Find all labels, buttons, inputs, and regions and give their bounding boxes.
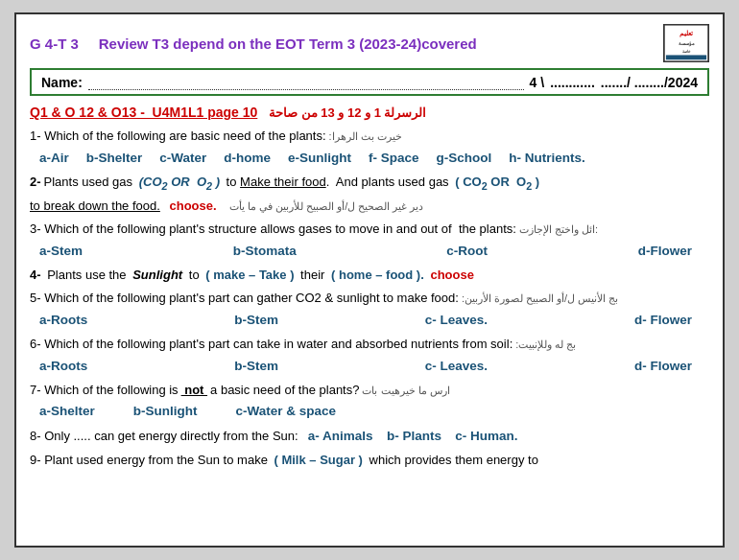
q7-not: not [181, 381, 207, 400]
q7-label2: a basic need of the plants? [210, 381, 359, 400]
section-title: Q1 & O 12 & O13 - U4M1L1 page 10 الرسرلة… [30, 104, 709, 121]
q5-opt-d: d- Flower [634, 311, 692, 330]
q6-label: 6- Which of the following plant's part c… [30, 335, 513, 354]
q2-line2: to break down the food. choose. دير غير … [30, 197, 709, 216]
q4-paren1: ( make – Take ) [203, 266, 298, 285]
q4-num: 4- [30, 266, 41, 285]
q4-italic: Sunlight [130, 266, 186, 285]
section-title-ltr: Q1 & O 12 & O13 - U4M1L1 page 10 [30, 105, 257, 120]
q8-block: 8- Only ..... can get energy directly fr… [30, 427, 709, 446]
q1-options: a-Air b-Shelter c-Water d-home e-Sunligh… [39, 149, 709, 168]
q3-label: 3- Which of the following plant's struct… [30, 220, 516, 239]
number-dots: ............ [550, 75, 595, 90]
q4-text2: to [189, 266, 200, 285]
q1-opt-h: h- Nutrients. [509, 149, 585, 168]
q7-opt-b: b-Sunlight [133, 402, 198, 421]
svg-text:تعليم: تعليم [679, 30, 693, 37]
q2-arabic: دير غير الصحيح ل/أو الصبيح للأربين في ما… [229, 198, 424, 215]
q3-opt-b: b-Stomata [233, 242, 297, 261]
q6-opt-c: c- Leaves. [425, 357, 488, 376]
q1-arabic: خيرت بث الرهرا: [329, 128, 402, 145]
svg-text:خاصة: خاصة [682, 49, 691, 54]
q6-opt-a: a-Roots [39, 357, 87, 376]
q1-opt-d: d-home [224, 149, 271, 168]
q2-text2: to Make their food. And plants used gas [226, 173, 449, 192]
q5-opt-b: b-Stem [234, 311, 278, 330]
title-text: Review T3 depend on the EOT Term 3 (2023… [99, 35, 477, 52]
q3-options: a-Stem b-Stomata c-Root d-Flower [39, 242, 692, 261]
q1-block: 1- Which of the following are basic need… [30, 127, 709, 168]
q7-options: a-Shelter b-Sunlight c-Water & space [39, 402, 709, 421]
q1-opt-e: e-Sunlight [288, 149, 351, 168]
q2-text1: Plants used gas [44, 173, 133, 192]
q2-italic1: (CO2 OR O2 ) [135, 173, 224, 194]
q1-text: 1- Which of the following are basic need… [30, 127, 709, 146]
q1-opt-g: g-School [437, 149, 492, 168]
q7-arabic: ارس ما خيرهيت بات [362, 383, 452, 399]
date-label: ......./ ......../2024 [601, 75, 698, 90]
q3-block: 3- Which of the following plant's struct… [30, 220, 709, 261]
q7-opt-a: a-Shelter [39, 402, 95, 421]
q6-block: 6- Which of the following plant's part c… [30, 335, 709, 376]
q3-arabic: :ائل واختج الإجازت [519, 222, 598, 238]
q5-opt-a: a-Roots [39, 311, 87, 330]
name-label: Name: [41, 75, 83, 90]
q7-block: 7- Which of the following is not a basic… [30, 381, 709, 422]
logo: تعليم مؤسسة خاصة [663, 24, 709, 62]
q4-text1: Plants use the [44, 266, 127, 285]
q4-paren2: ( home – food ). [327, 266, 427, 285]
q6-opt-b: b-Stem [234, 357, 278, 376]
q4-text3: their [300, 266, 324, 285]
q3-opt-d: d-Flower [638, 242, 692, 261]
q5-opt-c: c- Leaves. [425, 311, 488, 330]
q2-line1: 2- Plants used gas (CO2 OR O2 ) to Make … [30, 173, 709, 194]
q6-arabic: بج له وللإنبيت: [515, 337, 576, 353]
q4-line: 4- Plants use the Sunlight to ( make – T… [30, 266, 709, 285]
q3-opt-a: a-Stem [39, 242, 83, 261]
q1-opt-a: a-Air [39, 149, 69, 168]
grade-label: G 4-T 3 [30, 35, 79, 52]
q5-label: 5- Which of the following plant's part c… [30, 289, 459, 308]
q8-line: 8- Only ..... can get energy directly fr… [30, 427, 709, 446]
q2-choose: choose. [170, 197, 217, 216]
header-title: G 4-T 3 Review T3 depend on the EOT Term… [30, 35, 477, 52]
q9-line: 9- Plant used energy from the Sun to mak… [30, 451, 709, 470]
name-dots [88, 74, 524, 90]
q6-text: 6- Which of the following plant's part c… [30, 335, 709, 354]
q2-block: 2- Plants used gas (CO2 OR O2 ) to Make … [30, 173, 709, 215]
q9-text1: 9- Plant used energy from the Sun to mak… [30, 451, 268, 470]
q5-arabic: بج الأنيس ل/أو الصبيح لصورة الأربين: [462, 291, 618, 307]
q9-paren: ( Milk – Sugar ) [271, 451, 367, 470]
q3-opt-c: c-Root [446, 242, 488, 261]
q3-text: 3- Which of the following plant's struct… [30, 220, 709, 239]
q1-opt-b: b-Shelter [86, 149, 143, 168]
q6-opt-d: d- Flower [634, 357, 692, 376]
svg-rect-4 [666, 55, 706, 59]
q7-text: 7- Which of the following is not a basic… [30, 381, 709, 400]
q5-block: 5- Which of the following plant's part c… [30, 289, 709, 330]
number-label: 4 \ [530, 75, 545, 90]
q6-options: a-Roots b-Stem c- Leaves. d- Flower [39, 357, 692, 376]
q1-label: 1- Which of the following are basic need… [30, 127, 326, 146]
q1-opt-f: f- Space [369, 149, 419, 168]
q7-opt-c: c-Water & space [236, 402, 337, 421]
q2-text3: to break down the food. [30, 197, 160, 216]
header-row: G 4-T 3 Review T3 depend on the EOT Term… [30, 24, 709, 62]
q8-opt-a: a- Animals [308, 427, 384, 446]
q7-label1: 7- Which of the following is [30, 381, 179, 400]
q2-paren: ( CO2 OR O2 ) [452, 173, 543, 194]
q4-block: 4- Plants use the Sunlight to ( make – T… [30, 266, 709, 285]
q9-text2: which provides them energy to [370, 451, 538, 470]
q9-block: 9- Plant used energy from the Sun to mak… [30, 451, 709, 470]
main-page: G 4-T 3 Review T3 depend on the EOT Term… [14, 12, 725, 548]
section-title-arabic: الرسرلة 1 و 12 و 13 من صاحة [262, 105, 427, 120]
name-row: Name: 4 \ ............ ......./ ........… [30, 68, 709, 96]
q8-opt-c: c- Human. [455, 427, 517, 446]
q4-choose: choose [430, 266, 474, 285]
q5-options: a-Roots b-Stem c- Leaves. d- Flower [39, 311, 692, 330]
q8-opt-b: b- Plants [387, 427, 452, 446]
q2-num: 2- [30, 173, 41, 192]
q1-opt-c: c-Water [159, 149, 206, 168]
q8-label: 8- Only ..... can get energy directly fr… [30, 427, 305, 446]
q5-text: 5- Which of the following plant's part c… [30, 289, 709, 308]
